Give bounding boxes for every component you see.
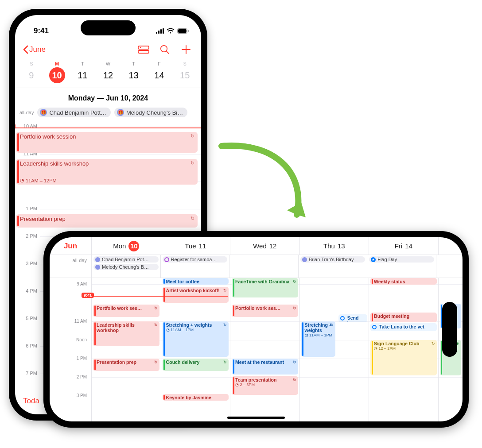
signal-icon — [156, 28, 164, 34]
calendar-event[interactable]: FaceTime with Grandma↻ — [232, 278, 298, 297]
calendar-event[interactable]: Couch delivery↻ — [163, 359, 229, 371]
list-view-button[interactable] — [136, 42, 151, 57]
all-day-chip[interactable]: ★Flag Day — [369, 256, 434, 263]
repeat-icon: ↻ — [190, 133, 194, 139]
allday-col-fri: ★Flag Day — [367, 255, 436, 278]
svg-line-11 — [167, 51, 169, 54]
dow: S — [172, 61, 198, 66]
calendar-event[interactable]: Budget meeting — [370, 313, 437, 322]
event-time: ◔ 11AM – 12PM — [20, 178, 194, 183]
week-col-fri[interactable]: Weekly status Budget meeting Take Luna t… — [369, 278, 438, 421]
dow: T — [70, 61, 95, 66]
date-cell[interactable]: 11 — [70, 67, 95, 83]
hour-label: 11 AM — [50, 319, 91, 324]
repeat-icon: ↻ — [223, 288, 227, 293]
rotation-arrow-annotation — [213, 137, 315, 236]
chip-label: Melody Cheung's Bi… — [126, 109, 183, 116]
week-col-thu[interactable]: Send b… Stretching + weights◔ 11AM – 1PM… — [299, 278, 369, 421]
gift-icon: 🎁 — [117, 109, 124, 116]
calendar-event[interactable]: Meet at the restaurant↻ — [232, 359, 298, 375]
calendar-event[interactable]: Stretching + weights◔ 11AM – 1PM↻ — [301, 321, 336, 357]
date-cell[interactable]: 15 — [172, 67, 198, 83]
calendar-event[interactable]: Presentation prep↻ — [93, 359, 159, 371]
all-day-chip[interactable]: Chad Benjamin Pot… — [93, 256, 159, 263]
nav-bar: June — [15, 39, 201, 58]
hour-label: 1 PM — [17, 206, 37, 211]
day-of-week-header: S M T W T F S — [15, 58, 201, 66]
calendar-event[interactable]: Presentation prep ↻ — [16, 214, 198, 228]
gift-icon — [95, 265, 100, 270]
search-button[interactable] — [158, 42, 172, 57]
hour-label: 9 AM — [50, 282, 91, 286]
back-button[interactable]: June — [23, 45, 46, 54]
dow: W — [95, 61, 121, 66]
dynamic-island — [81, 20, 136, 35]
all-day-label: all-day — [50, 255, 91, 278]
hour-label: Noon — [50, 337, 91, 342]
star-icon: ★ — [371, 257, 376, 262]
calendar-event[interactable]: Team presentation◔ 2 – 3PM↻ — [232, 376, 298, 395]
date-cell[interactable]: 12 — [95, 67, 121, 83]
week-body[interactable]: 9 AM 11 AM Noon 1 PM 2 PM 3 PM 9:41 — [50, 278, 463, 421]
list-view-icon — [138, 46, 149, 54]
day-full-title: Monday — Jun 10, 2024 — [15, 88, 201, 106]
calendar-event[interactable]: Artist workshop kickoff!↻ — [163, 287, 229, 303]
calendar-event[interactable]: Keynote by Jasmine — [163, 394, 229, 401]
allday-col-wed — [229, 255, 298, 278]
month-button[interactable]: Jun — [50, 242, 91, 251]
calendar-event[interactable]: Send b… — [338, 314, 367, 322]
date-cell[interactable]: 10 — [44, 67, 70, 83]
dow: S — [19, 61, 44, 66]
date-strip[interactable]: 9 10 11 12 13 14 15 — [15, 66, 201, 88]
calendar-event[interactable]: Portfolio work ses…↻ — [93, 305, 159, 317]
repeat-icon: ↻ — [431, 341, 435, 346]
week-header: Jun Mon10 Tue11 Wed12 Thu13 Fri14 — [50, 237, 463, 255]
hour-label: 5 PM — [17, 316, 37, 321]
calendar-event[interactable]: Stretching + weights◔ 11AM – 1PM↻ — [163, 321, 229, 357]
all-day-chip[interactable]: Melody Cheung's B… — [93, 264, 159, 270]
week-col-wed[interactable]: FaceTime with Grandma↻ Portfolio work se… — [230, 278, 299, 421]
week-day-header[interactable]: Tue11 — [161, 237, 230, 255]
all-day-chip[interactable]: 🎁 Melody Cheung's Bi… — [114, 108, 187, 117]
hour-label: 3 PM — [17, 261, 37, 266]
date-cell[interactable]: 13 — [121, 67, 147, 83]
week-all-day-row: all-day Chad Benjamin Pot… Melody Cheung… — [50, 255, 463, 278]
current-time-line — [91, 296, 228, 297]
all-day-chip[interactable]: Brian Tran's Birthday — [300, 256, 365, 263]
add-event-button[interactable] — [179, 42, 193, 57]
all-day-chip[interactable]: Register for samba… — [163, 256, 228, 263]
week-day-header[interactable]: Thu13 — [299, 237, 369, 255]
today-button[interactable]: Toda — [23, 397, 39, 406]
calendar-event[interactable]: Weekly status — [370, 278, 437, 285]
dynamic-island — [442, 302, 457, 357]
date-cell[interactable]: 9 — [19, 67, 44, 83]
calendar-event[interactable]: Portfolio work session ↻ — [16, 132, 198, 153]
repeat-icon: ↻ — [154, 323, 158, 327]
calendar-event[interactable]: Leadership skills workshop ↻ ◔ 11AM – 12… — [16, 159, 198, 185]
week-day-header[interactable]: Mon10 — [91, 237, 161, 255]
gift-icon — [95, 257, 100, 262]
week-col-tue[interactable]: Meet for coffee Artist workshop kickoff!… — [161, 278, 230, 421]
svg-rect-8 — [138, 50, 149, 53]
calendar-event[interactable]: Take Luna to the vet — [370, 323, 437, 331]
week-day-header[interactable] — [438, 237, 463, 255]
hour-label: 4 PM — [17, 288, 37, 294]
chevron-left-icon — [23, 45, 28, 54]
chip-label: Chad Benjamin Pott… — [49, 109, 106, 116]
battery-icon — [177, 28, 189, 34]
week-day-header[interactable]: Fri14 — [369, 237, 438, 255]
calendar-event[interactable]: Meet for coffee — [163, 278, 229, 285]
calendar-event[interactable]: Sign Language Club◔ 12 – 2PM↻ — [370, 340, 437, 375]
all-day-chip[interactable]: 🎁 Chad Benjamin Pott… — [37, 108, 111, 117]
repeat-icon: ↻ — [293, 279, 296, 284]
circle-icon — [340, 316, 345, 321]
svg-rect-3 — [163, 28, 164, 34]
date-cell[interactable]: 14 — [147, 67, 172, 83]
calendar-event[interactable]: Leadership skills workshop↻ — [93, 321, 159, 346]
repeat-icon: ↻ — [154, 360, 158, 364]
plus-icon — [181, 45, 191, 54]
current-time-badge: 9:41 — [15, 124, 16, 129]
week-day-header[interactable]: Wed12 — [230, 237, 299, 255]
calendar-event[interactable]: Portfolio work ses…↻ — [232, 305, 298, 317]
week-col-mon[interactable]: Portfolio work ses…↻ Leadership skills w… — [91, 278, 161, 421]
